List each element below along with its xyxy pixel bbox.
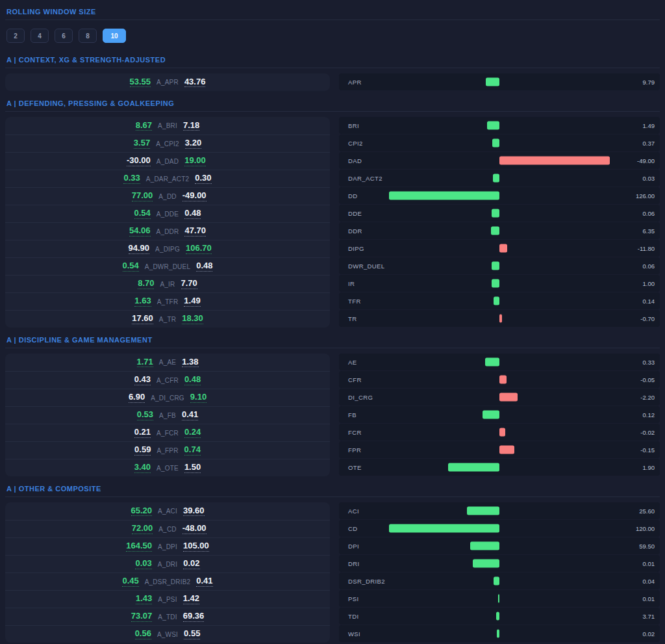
value-b[interactable]: 0.24 [184, 428, 201, 438]
value-a[interactable]: 53.55 [130, 77, 151, 88]
value-a[interactable]: 17.60 [132, 314, 153, 324]
value-a[interactable]: 3.57 [134, 138, 150, 149]
metric-label: DAR_ACT2 [348, 175, 383, 182]
value-a[interactable]: 0.54 [123, 261, 139, 272]
window-size-button-8[interactable]: 8 [79, 29, 97, 43]
value-b[interactable]: 0.41 [196, 576, 212, 587]
value-b[interactable]: 0.41 [182, 410, 198, 420]
value-b[interactable]: 43.76 [184, 77, 206, 88]
value-a[interactable]: 6.90 [129, 393, 145, 403]
delta-row: AE 0.33 [339, 354, 660, 370]
delta-row: DAD -49.00 [339, 152, 660, 169]
metric-code: A_CD [158, 526, 176, 533]
value-b[interactable]: 9.10 [190, 393, 207, 403]
value-b[interactable]: 69.36 [183, 612, 205, 622]
section-body: 1.71 A_AE 1.38 0.43 A_CFR 0.48 6.90 A_DI… [5, 354, 660, 476]
metric-code: A_DDR [157, 228, 179, 235]
value-a[interactable]: 73.07 [131, 612, 153, 622]
value-b[interactable]: 0.74 [184, 445, 201, 456]
value-b[interactable]: 7.70 [181, 279, 197, 289]
metric-label: WSI [348, 630, 360, 638]
value-a[interactable]: 1.43 [136, 594, 152, 604]
metric-code: A_DD [158, 193, 176, 200]
value-a[interactable]: 0.43 [134, 375, 151, 385]
metric-label: OTE [348, 464, 362, 471]
value-b[interactable]: -49.00 [182, 191, 207, 201]
metric-code: A_DSR_DRIB2 [145, 578, 191, 586]
value-b[interactable]: 106.70 [186, 244, 212, 254]
value-a[interactable]: 3.40 [134, 463, 151, 473]
value-b[interactable]: 7.18 [183, 121, 199, 131]
value-b[interactable]: 0.55 [184, 629, 200, 639]
window-size-button-6[interactable]: 6 [55, 29, 73, 43]
value-a[interactable]: 54.06 [129, 226, 151, 237]
value-a[interactable]: 0.33 [123, 174, 140, 184]
delta-value: -0.15 [640, 446, 655, 454]
window-size-button-10[interactable]: 10 [103, 29, 126, 43]
comparison-card: 65.20 A_ACI 39.60 72.00 A_CD -48.00 164.… [5, 502, 330, 643]
delta-row: DAR_ACT2 0.03 [339, 170, 660, 187]
value-a[interactable]: 0.53 [137, 410, 153, 420]
value-b[interactable]: 0.48 [184, 375, 201, 385]
delta-value: 0.14 [643, 298, 655, 305]
metric-code: A_TR [159, 316, 176, 323]
value-b[interactable]: 47.70 [184, 226, 206, 237]
delta-bar [499, 157, 610, 165]
window-size-button-2[interactable]: 2 [6, 29, 25, 43]
window-size-button-4[interactable]: 4 [31, 29, 49, 43]
value-a[interactable]: 0.45 [122, 576, 138, 587]
delta-row: PSI 0.01 [339, 590, 660, 607]
value-a[interactable]: 0.59 [134, 445, 151, 456]
value-a[interactable]: 8.70 [138, 279, 154, 289]
divider [5, 111, 660, 112]
rolling-metrics-dashboard: ROLLING WINDOW SIZE 246810 A | CONTEXT, … [0, 0, 665, 644]
value-b[interactable]: 0.48 [196, 261, 212, 272]
value-b[interactable]: 0.02 [183, 559, 199, 569]
value-a[interactable]: 1.63 [134, 296, 151, 307]
value-a[interactable]: 77.00 [132, 191, 153, 201]
divider [5, 68, 660, 68]
comparison-row: 0.33 A_DAR_ACT2 0.30 [5, 170, 330, 187]
value-a[interactable]: 72.00 [132, 524, 153, 534]
value-a[interactable]: 94.90 [129, 244, 150, 254]
delta-bar-list: BRI 1.49 CPI2 0.37 DAD -49.00 DAR_ACT2 0… [339, 117, 660, 328]
metric-label: FPR [348, 446, 361, 454]
value-a[interactable]: 0.03 [135, 559, 151, 569]
value-a[interactable]: 0.54 [134, 209, 151, 219]
comparison-card: 1.71 A_AE 1.38 0.43 A_CFR 0.48 6.90 A_DI… [5, 354, 330, 476]
metric-code: A_DI_CRG [151, 394, 184, 402]
value-a[interactable]: 0.56 [135, 629, 151, 639]
delta-value: 59.50 [639, 543, 655, 550]
value-b[interactable]: 1.50 [184, 463, 201, 473]
value-b[interactable]: 3.20 [185, 138, 201, 149]
value-b[interactable]: 39.60 [183, 506, 205, 517]
value-b[interactable]: -48.00 [182, 524, 207, 534]
value-b[interactable]: 0.48 [184, 209, 201, 219]
comparison-row: 0.53 A_FB 0.41 [5, 406, 330, 424]
value-b[interactable]: 1.42 [183, 594, 199, 604]
delta-row: FPR -0.15 [339, 441, 660, 458]
delta-row: DRI 0.01 [339, 555, 660, 572]
value-a[interactable]: 65.20 [131, 506, 153, 517]
value-b[interactable]: 19.00 [184, 156, 206, 166]
metric-sections: A | CONTEXT, XG & STRENGTH-ADJUSTED 53.5… [5, 56, 660, 643]
metric-label: FCR [348, 429, 362, 436]
value-a[interactable]: -30.00 [127, 156, 151, 166]
value-a[interactable]: 0.21 [134, 428, 151, 438]
delta-value: 0.06 [643, 210, 655, 217]
delta-row: APR 9.79 [339, 73, 660, 90]
value-b[interactable]: 18.30 [182, 314, 203, 324]
value-a[interactable]: 1.71 [137, 357, 153, 368]
delta-value: -2.20 [640, 394, 655, 401]
metric-label: TDI [348, 613, 359, 620]
value-a[interactable]: 8.67 [136, 121, 152, 131]
metric-code: A_DPI [158, 543, 177, 550]
value-b[interactable]: 1.38 [182, 357, 198, 368]
value-b[interactable]: 0.30 [195, 174, 211, 184]
value-b[interactable]: 105.00 [183, 541, 209, 552]
value-b[interactable]: 1.49 [184, 296, 200, 307]
metric-code: A_DRI [158, 561, 177, 568]
value-a[interactable]: 164.50 [126, 541, 152, 552]
delta-value: 0.37 [643, 140, 655, 147]
comparison-row: 72.00 A_CD -48.00 [5, 520, 330, 537]
